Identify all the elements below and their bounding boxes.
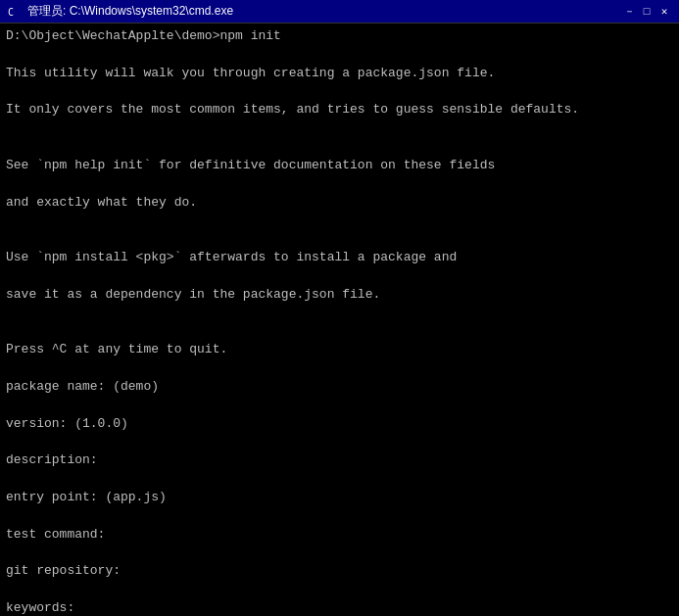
terminal-line: Press ^C at any time to quit. <box>6 341 673 359</box>
terminal-line: It only covers the most common items, an… <box>6 101 673 119</box>
terminal-line: package name: (demo) <box>6 378 673 397</box>
terminal-line: save it as a dependency in the package.j… <box>6 286 673 305</box>
terminal-line: and exactly what they do. <box>6 194 673 213</box>
maximize-button[interactable]: □ <box>638 4 655 20</box>
minimize-button[interactable]: － <box>620 4 638 20</box>
cmd-icon: C <box>6 4 22 20</box>
svg-text:C: C <box>8 7 14 18</box>
title-bar-left: C 管理员: C:\Windows\system32\cmd.exe <box>6 3 233 20</box>
terminal-line: git repository: <box>6 562 673 581</box>
window-title: 管理员: C:\Windows\system32\cmd.exe <box>27 3 233 20</box>
terminal-line: keywords: <box>6 599 673 616</box>
terminal-line: D:\Object\WechatApplte\demo>npm init <box>6 27 673 46</box>
window-controls: － □ ✕ <box>620 4 673 20</box>
terminal-line: description: <box>6 451 673 470</box>
close-button[interactable]: ✕ <box>655 4 673 20</box>
terminal-line: test command: <box>6 526 673 545</box>
title-bar: C 管理员: C:\Windows\system32\cmd.exe － □ ✕ <box>0 0 679 24</box>
terminal-line: version: (1.0.0) <box>6 415 673 434</box>
terminal-body: D:\Object\WechatApplte\demo>npm init Thi… <box>0 24 679 616</box>
terminal-line: See `npm help init` for definitive docum… <box>6 157 673 175</box>
terminal-line: This utility will walk you through creat… <box>6 65 673 83</box>
terminal-line: entry point: (app.js) <box>6 489 673 507</box>
terminal-line: Use `npm install <pkg>` afterwards to in… <box>6 249 673 267</box>
